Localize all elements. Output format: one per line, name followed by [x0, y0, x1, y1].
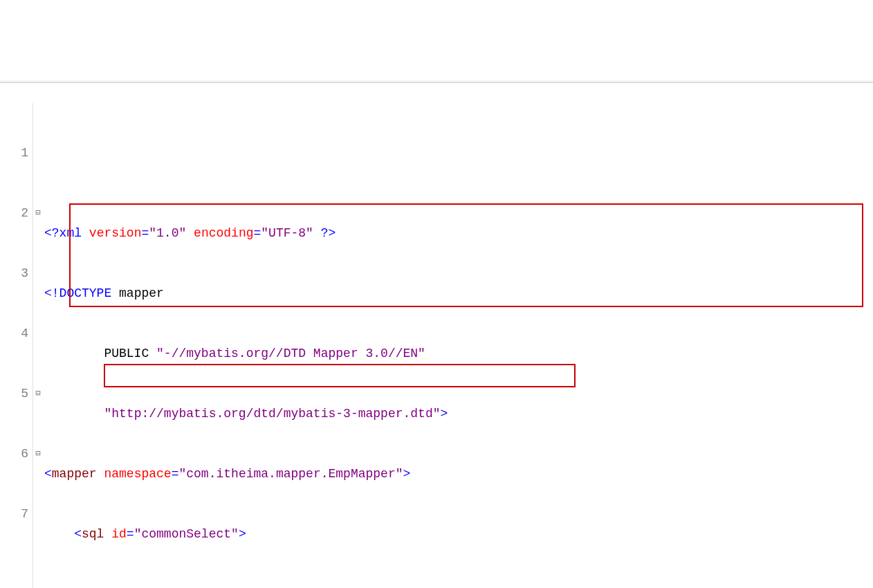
code-line: PUBLIC "-//mybatis.org//DTD Mapper 3.0//… [44, 344, 672, 364]
fold-marker[interactable] [33, 143, 43, 163]
code-line: <?xml version="1.0" encoding="UTF-8" ?> [44, 223, 672, 244]
fold-gutter: ⊟ ⊟ ⊟ ⊟ ⊟ ⊟ ⊟ ⊟ [33, 103, 43, 588]
fold-marker[interactable] [33, 324, 43, 344]
code-line: "http://mybatis.org/dtd/mybatis-3-mapper… [44, 404, 672, 424]
highlight-box-include [104, 364, 576, 387]
code-line: <!DOCTYPE mapper [44, 284, 672, 304]
line-number: 4 [0, 324, 28, 344]
line-number: 1 [0, 143, 28, 163]
line-number [0, 564, 28, 585]
fold-marker[interactable]: ⊟ [33, 384, 43, 404]
line-number: 2 [0, 203, 28, 223]
fold-marker[interactable]: ⊟ [33, 444, 43, 464]
fold-marker[interactable] [33, 264, 43, 284]
fold-marker[interactable] [33, 504, 43, 524]
line-number: 7 [0, 504, 28, 524]
code-line: <mapper namespace="com.itheima.mapper.Em… [44, 464, 672, 484]
fold-marker[interactable] [33, 564, 43, 585]
line-number: 6 [0, 444, 28, 464]
code-line: select id, username, password, name, gen… [44, 585, 672, 588]
code-editor[interactable]: 1 2 3 4 5 6 7 8 9 10 11 12 13 14 15 16 1… [0, 103, 873, 588]
code-area[interactable]: <?xml version="1.0" encoding="UTF-8" ?> … [43, 103, 672, 588]
fold-marker[interactable]: ⊟ [33, 203, 43, 223]
line-number-gutter: 1 2 3 4 5 6 7 8 9 10 11 12 13 14 15 16 1… [0, 103, 33, 588]
ruler [0, 80, 873, 83]
line-number: 3 [0, 264, 28, 284]
line-number: 5 [0, 384, 28, 404]
code-line: <sql id="commonSelect"> [44, 524, 672, 544]
